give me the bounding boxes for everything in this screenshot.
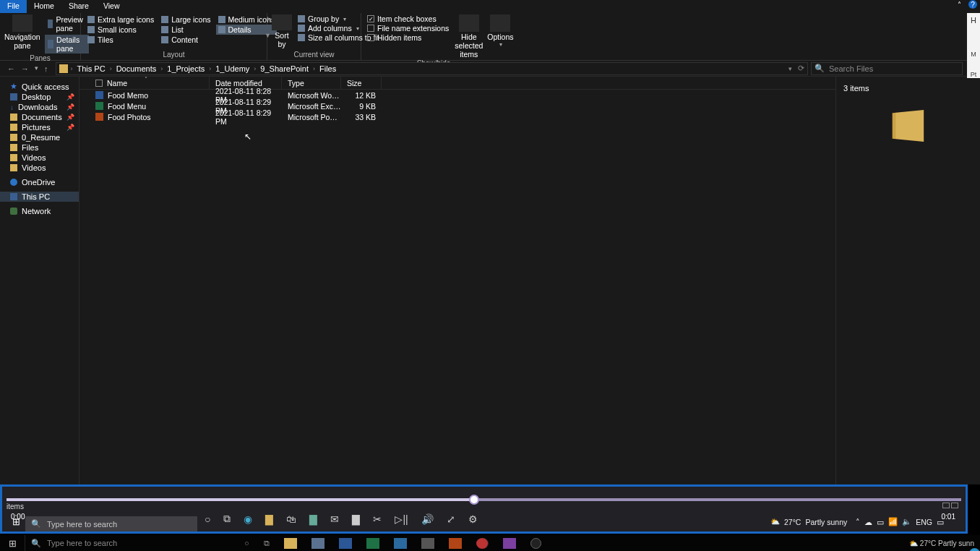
task-view-icon[interactable]: ⧉ xyxy=(223,513,231,525)
onenote-icon[interactable] xyxy=(503,538,516,549)
column-header-type[interactable]: Type xyxy=(282,77,341,89)
word-icon[interactable] xyxy=(339,538,352,549)
notification-icon[interactable]: ▭ xyxy=(937,518,944,526)
layout-large-icons[interactable]: Large icons xyxy=(159,14,212,25)
powerpoint-icon[interactable] xyxy=(449,538,462,549)
crumb-projects[interactable]: 1_Projects xyxy=(163,64,209,73)
file-row[interactable]: Food Memo2021-08-11 8:28 PMMicrosoft Wor… xyxy=(79,90,835,101)
app-icon[interactable] xyxy=(394,538,407,549)
file-size: 33 KB xyxy=(341,113,382,121)
sidebar-videos2[interactable]: Videos xyxy=(0,163,79,173)
sidebar-this-pc[interactable]: This PC xyxy=(0,192,79,202)
hide-selected-button[interactable]: Hide selected items xyxy=(455,14,483,59)
sidebar-videos[interactable]: Videos xyxy=(0,153,79,163)
sidebar-desktop[interactable]: Desktop📌 xyxy=(0,92,79,102)
crumb-this-pc[interactable]: This PC xyxy=(73,64,110,73)
view-mode-icon[interactable] xyxy=(942,503,950,508)
help-icon[interactable]: ? xyxy=(968,0,977,9)
settings-icon[interactable]: ⚙ xyxy=(468,513,478,525)
tray-weather[interactable]: ⛅ 27°C Partly sunn xyxy=(909,539,974,547)
fullscreen-icon[interactable]: ⤢ xyxy=(447,513,455,525)
edge-icon[interactable]: ◉ xyxy=(244,513,252,525)
task-view-icon[interactable]: ⧉ xyxy=(264,539,270,548)
file-type-icon xyxy=(95,91,103,99)
play-pause-icon[interactable]: ▷|| xyxy=(395,513,408,525)
sidebar-pictures[interactable]: Pictures📌 xyxy=(0,122,79,132)
layout-xl-icons[interactable]: Extra large icons xyxy=(85,14,156,25)
mail-icon[interactable]: ✉ xyxy=(330,513,339,525)
view-mode-icon[interactable] xyxy=(951,503,958,508)
excel-icon[interactable] xyxy=(366,538,379,549)
chrome-icon[interactable] xyxy=(476,538,489,549)
search-box[interactable]: 🔍 Search Files xyxy=(811,62,963,75)
folder-icon[interactable]: ▇ xyxy=(265,513,273,525)
cortana-icon[interactable]: ○ xyxy=(244,539,249,547)
tab-share[interactable]: Share xyxy=(61,0,96,13)
sidebar-resume[interactable]: 0_Resume xyxy=(0,132,79,142)
address-dropdown-icon[interactable]: ▾ xyxy=(788,65,792,72)
sort-by-label: Sort by xyxy=(275,31,288,48)
chevron-up-icon[interactable]: ˄ xyxy=(856,518,860,526)
nav-up-icon[interactable]: ↑ xyxy=(44,64,48,73)
store-icon[interactable] xyxy=(311,538,324,549)
layout-tiles[interactable]: Tiles xyxy=(85,35,156,45)
grid-icon xyxy=(218,16,225,23)
minimize-ribbon-icon[interactable]: ˄ xyxy=(955,0,964,9)
layout-list[interactable]: List xyxy=(159,25,212,35)
tab-home[interactable]: Home xyxy=(27,0,61,13)
nav-forward-icon[interactable]: → xyxy=(21,64,29,73)
crumb-udemy[interactable]: 1_Udemy xyxy=(211,64,254,73)
start-button[interactable]: ⊞ xyxy=(0,538,25,549)
layout-small-icons[interactable]: Small icons xyxy=(85,25,156,35)
details-item-count: 3 items xyxy=(843,84,973,93)
hidden-items-toggle[interactable]: Hidden items xyxy=(366,33,450,42)
edge-icon[interactable] xyxy=(969,548,980,551)
sort-by-button[interactable]: Sort by xyxy=(272,14,292,48)
column-header-name[interactable]: Name ˄ xyxy=(79,77,210,89)
navigation-pane-button[interactable]: Navigation pane xyxy=(4,14,40,50)
store-icon[interactable]: 🛍 xyxy=(286,513,296,525)
layout-content[interactable]: Content xyxy=(159,35,212,45)
desktop-icon xyxy=(10,93,17,101)
sidebar-files[interactable]: Files xyxy=(0,142,79,153)
sidebar-onedrive[interactable]: OneDrive xyxy=(0,177,79,187)
item-checkboxes-toggle[interactable]: Item check boxes xyxy=(366,14,450,23)
sidebar-quick-access[interactable]: ★Quick access xyxy=(0,81,79,92)
tab-file[interactable]: File xyxy=(0,0,27,13)
mouse-cursor-icon: ↖ xyxy=(244,132,252,142)
file-row[interactable]: Food Photos2021-08-11 8:29 PMMicrosoft P… xyxy=(79,111,835,122)
crumb-sharepoint[interactable]: 9_SharePoint xyxy=(256,64,313,73)
crumb-documents[interactable]: Documents xyxy=(112,64,161,73)
app-icon[interactable]: ▇ xyxy=(309,513,317,525)
tab-view[interactable]: View xyxy=(96,0,127,13)
hide-selected-label: Hide selected items xyxy=(455,33,483,59)
battery-icon: ▭ xyxy=(877,518,884,526)
layout-list-label: List xyxy=(171,25,183,34)
column-header-size[interactable]: Size xyxy=(341,77,382,89)
refresh-icon[interactable]: ⟳ xyxy=(798,64,804,73)
sidebar-downloads[interactable]: ↓Downloads📌 xyxy=(0,102,79,112)
lang-indicator[interactable]: ENG xyxy=(916,518,932,526)
select-all-checkbox[interactable] xyxy=(95,80,103,87)
video-seek-bar[interactable] xyxy=(7,498,961,501)
circle-icon[interactable]: ○ xyxy=(205,513,210,525)
explorer-icon[interactable] xyxy=(284,538,297,549)
file-name: Food Menu xyxy=(108,102,146,111)
address-bar[interactable]: › This PC› Documents› 1_Projects› 1_Udem… xyxy=(56,62,809,75)
file-row[interactable]: Food Menu2021-08-11 8:29 PMMicrosoft Exc… xyxy=(79,101,835,111)
app-icon[interactable] xyxy=(421,538,434,549)
options-button[interactable]: Options ▾ xyxy=(487,14,513,48)
nav-history-icon[interactable]: ▾ xyxy=(35,64,38,73)
crumb-files[interactable]: Files xyxy=(315,64,340,73)
nav-back-icon[interactable]: ← xyxy=(7,64,15,73)
volume-icon[interactable]: 🔊 xyxy=(421,513,434,525)
file-extensions-toggle[interactable]: File name extensions xyxy=(366,24,450,33)
details-icon xyxy=(218,26,225,33)
sidebar-network[interactable]: Network xyxy=(0,206,79,216)
snip-icon[interactable]: ✂ xyxy=(373,513,382,525)
app-icon[interactable]: ▇ xyxy=(352,513,360,525)
clock-icon[interactable] xyxy=(530,538,541,549)
sidebar-documents[interactable]: Documents📌 xyxy=(0,112,79,122)
taskbar-search[interactable]: 🔍 Type here to search xyxy=(25,535,234,551)
seek-thumb[interactable] xyxy=(469,495,479,505)
